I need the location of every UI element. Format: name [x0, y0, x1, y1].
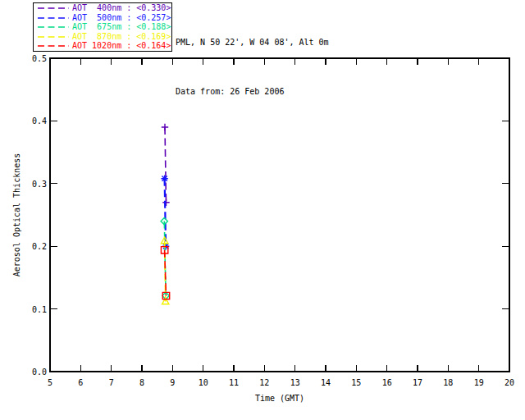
- legend-entry: AOT 870nm : <0.169>: [34, 32, 171, 41]
- x-tick-label: 11: [229, 378, 239, 387]
- x-axis-label: Time (GMT): [255, 394, 304, 403]
- x-tick-label: 10: [199, 378, 208, 387]
- y-tick-label: 0.4: [32, 116, 47, 126]
- legend-entry: AOT 500nm : <0.257>: [34, 13, 171, 22]
- dashed-line-icon: [38, 35, 69, 39]
- dashed-line-icon: [38, 7, 69, 10]
- plus-marker: [162, 124, 168, 130]
- legend-entry-label: AOT 870nm : <0.169>: [72, 33, 171, 41]
- legend-entry-label: AOT 500nm : <0.257>: [72, 14, 171, 22]
- y-axis-label: Aerosol Optical Thickness: [12, 153, 21, 277]
- x-tick-label: 15: [351, 378, 361, 387]
- x-tick-label: 9: [170, 378, 175, 387]
- x-tick-label: 14: [321, 378, 331, 387]
- legend-entry: AOT 1020nm : <0.164>: [34, 42, 171, 51]
- dashed-line-icon: [38, 16, 69, 20]
- y-tick-label: 0.0: [32, 368, 47, 377]
- y-tick-label: 0.2: [32, 242, 47, 251]
- dashed-line-icon: [38, 44, 69, 48]
- x-tick-label: 16: [382, 378, 392, 387]
- x-tick-label: 7: [109, 378, 114, 387]
- x-tick-label: 19: [474, 378, 484, 387]
- x-tick-label: 20: [504, 378, 514, 387]
- x-tick-label: 8: [139, 378, 144, 387]
- plus-marker: [162, 199, 169, 206]
- x-tick-label: 5: [48, 378, 52, 387]
- y-tick-label: 0.3: [32, 180, 47, 189]
- x-tick-label: 12: [259, 378, 269, 387]
- legend-entry: AOT 675nm : <0.188>: [34, 23, 171, 32]
- legend-box: AOT 400nm : <0.330>AOT 500nm : <0.257>AO…: [33, 2, 172, 52]
- legend-entry-label: AOT 400nm : <0.330>: [72, 4, 171, 12]
- legend-entry-label: AOT 1020nm : <0.164>: [72, 42, 171, 50]
- y-tick-label: 0.1: [32, 305, 47, 314]
- x-tick-label: 6: [78, 378, 83, 387]
- y-tick-label: 0.5: [32, 54, 47, 63]
- legend-entry-label: AOT 675nm : <0.188>: [72, 23, 171, 31]
- asterisk-marker: [161, 175, 167, 181]
- x-tick-label: 13: [290, 378, 300, 387]
- legend-entry: AOT 400nm : <0.330>: [34, 4, 171, 13]
- data-date: Data from: 26 Feb 2006: [176, 84, 329, 100]
- station-info: PML, N 50 22', W 04 08', Alt 0m: [176, 34, 329, 51]
- plot-header: PML, N 50 22', W 04 08', Alt 0m Data fro…: [176, 2, 329, 133]
- x-tick-label: 17: [413, 378, 422, 387]
- x-tick-label: 18: [443, 378, 453, 387]
- dashed-line-icon: [38, 25, 69, 29]
- aot-plot-window: 567891011121314151617181920Time (GMT)0.0…: [0, 0, 525, 420]
